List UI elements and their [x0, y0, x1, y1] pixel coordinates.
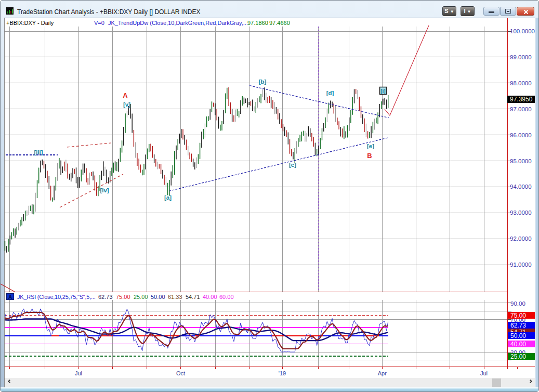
svg-text:94.0000: 94.0000: [510, 184, 532, 190]
svg-text:62.73: 62.73: [510, 322, 526, 329]
svg-text:[i]: [i]: [380, 88, 385, 94]
svg-text:A: A: [123, 92, 128, 99]
svg-text:[iv]: [iv]: [100, 187, 109, 193]
svg-text:25.00: 25.00: [510, 353, 526, 360]
svg-text:96.0000: 96.0000: [510, 132, 532, 138]
svg-text:92.0000: 92.0000: [510, 236, 532, 242]
svg-text:Oct: Oct: [176, 370, 185, 376]
svg-text:Apr: Apr: [378, 370, 387, 376]
svg-text:95.0000: 95.0000: [510, 158, 532, 164]
svg-text:50.00: 50.00: [510, 332, 526, 339]
svg-text:[e]: [e]: [367, 143, 374, 149]
svg-text:[iii]: [iii]: [34, 149, 43, 155]
svg-text:98.0000: 98.0000: [510, 80, 532, 86]
svg-text:Jul: Jul: [480, 370, 488, 376]
svg-text:[b]: [b]: [259, 79, 267, 85]
svg-text:Jul: Jul: [75, 370, 82, 376]
svg-text:B: B: [367, 152, 372, 160]
svg-text:[v]: [v]: [123, 101, 130, 108]
svg-text:40.00: 40.00: [510, 341, 526, 348]
svg-text:93.0000: 93.0000: [510, 210, 532, 216]
svg-text:91.0000: 91.0000: [510, 262, 532, 268]
svg-text:'19: '19: [279, 370, 286, 376]
svg-text:90.00: 90.00: [510, 300, 525, 307]
svg-text:75.00: 75.00: [510, 312, 526, 319]
svg-text:97.3950: 97.3950: [510, 96, 533, 103]
svg-text:[a]: [a]: [164, 194, 172, 201]
svg-text:[d]: [d]: [326, 90, 334, 96]
svg-text:[c]: [c]: [289, 162, 296, 168]
svg-text:97.0000: 97.0000: [510, 106, 532, 112]
svg-text:100.0000: 100.0000: [510, 28, 535, 34]
svg-text:99.0000: 99.0000: [510, 54, 532, 60]
